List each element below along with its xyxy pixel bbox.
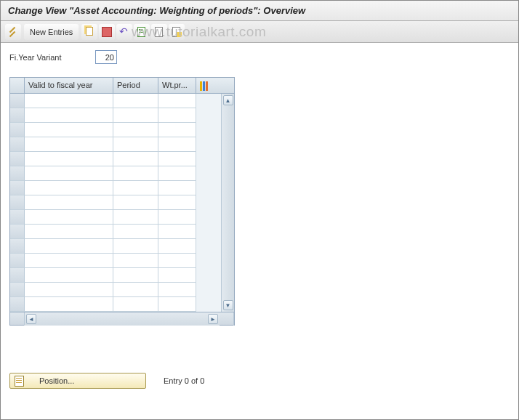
table-cell[interactable]: [158, 108, 196, 123]
table-cell[interactable]: [158, 210, 196, 225]
table-row: [25, 283, 221, 297]
table-cell[interactable]: [25, 108, 113, 123]
vertical-scrollbar[interactable]: ▲ ▼: [221, 94, 234, 312]
table-cell[interactable]: [158, 283, 196, 297]
table-row: [25, 210, 221, 225]
table-corner-selector[interactable]: [10, 78, 25, 93]
pencil-glasses-icon: [7, 26, 19, 38]
delete-icon: [101, 26, 113, 38]
table-cell[interactable]: [25, 254, 113, 268]
row-selector[interactable]: [10, 195, 25, 210]
configuration-icon: [198, 80, 209, 92]
table-cell[interactable]: [158, 181, 196, 195]
table-cell[interactable]: [158, 166, 196, 181]
table-cell[interactable]: [158, 225, 196, 239]
table-cell[interactable]: [25, 195, 113, 210]
table-cell[interactable]: [158, 94, 196, 108]
row-selector[interactable]: [10, 108, 25, 123]
table-cell[interactable]: [158, 239, 196, 254]
select-block-button[interactable]: [151, 24, 167, 40]
table-cell[interactable]: [158, 297, 196, 312]
table-cell[interactable]: [25, 283, 113, 297]
table-cell[interactable]: [158, 254, 196, 268]
position-icon: [15, 375, 26, 387]
periods-table: Valid to fiscal year Period Wt.pr... ▲ ▼…: [9, 77, 235, 326]
table-cell[interactable]: [113, 283, 158, 297]
table-header-row: Valid to fiscal year Period Wt.pr...: [10, 78, 234, 94]
table-cell[interactable]: [25, 123, 113, 137]
table-cell[interactable]: [25, 152, 113, 166]
row-selector[interactable]: [10, 225, 25, 239]
table-row: [25, 94, 221, 108]
scroll-up-button[interactable]: ▲: [223, 95, 233, 105]
scroll-down-button[interactable]: ▼: [223, 300, 233, 310]
fiscal-year-variant-input[interactable]: [95, 50, 117, 64]
row-selector[interactable]: [10, 137, 25, 152]
table-cell[interactable]: [113, 94, 158, 108]
row-selector[interactable]: [10, 210, 25, 225]
table-cell[interactable]: [113, 181, 158, 195]
table-cell[interactable]: [25, 239, 113, 254]
row-selector[interactable]: [10, 94, 25, 108]
table-settings-button[interactable]: [196, 78, 211, 93]
table-cell[interactable]: [25, 268, 113, 283]
undo-change-button[interactable]: [116, 24, 132, 40]
horizontal-scrollbar[interactable]: ◄ ►: [25, 312, 220, 326]
footer-corner: [10, 312, 25, 326]
table-row: [25, 297, 221, 312]
table-cell[interactable]: [113, 254, 158, 268]
copy-as-button[interactable]: [81, 24, 97, 40]
table-cell[interactable]: [113, 108, 158, 123]
table-cell[interactable]: [158, 268, 196, 283]
column-header-period[interactable]: Period: [113, 78, 158, 93]
table-cell[interactable]: [25, 166, 113, 181]
new-entries-button[interactable]: New Entries: [24, 24, 79, 40]
row-selector[interactable]: [10, 166, 25, 181]
row-selector[interactable]: [10, 181, 25, 195]
table-row: [25, 137, 221, 152]
table-row: [25, 254, 221, 268]
table-cell[interactable]: [113, 195, 158, 210]
table-cell[interactable]: [25, 94, 113, 108]
table-cell[interactable]: [113, 268, 158, 283]
deselect-all-button[interactable]: [169, 24, 185, 40]
table-cell[interactable]: [158, 152, 196, 166]
position-status-area: Position... Entry 0 of 0: [9, 373, 204, 389]
scroll-right-button[interactable]: ►: [208, 314, 218, 324]
select-all-button[interactable]: [134, 24, 150, 40]
toggle-display-change-button[interactable]: [5, 24, 21, 40]
table-cell[interactable]: [113, 166, 158, 181]
table-cell[interactable]: [113, 137, 158, 152]
row-selector[interactable]: [10, 152, 25, 166]
row-selector[interactable]: [10, 283, 25, 297]
column-header-valid-to-fiscal-year[interactable]: Valid to fiscal year: [25, 78, 113, 93]
row-selector[interactable]: [10, 123, 25, 137]
footer-scroll-corner: [220, 312, 234, 326]
table-cell[interactable]: [113, 123, 158, 137]
scroll-left-button[interactable]: ◄: [26, 314, 36, 324]
content-area: Fi.Year Variant Valid to fiscal year Per…: [1, 43, 518, 333]
row-selector[interactable]: [10, 239, 25, 254]
row-selector[interactable]: [10, 254, 25, 268]
table-cell[interactable]: [25, 297, 113, 312]
table-cell[interactable]: [113, 297, 158, 312]
fiscal-year-variant-field: Fi.Year Variant: [9, 50, 510, 64]
position-button[interactable]: Position...: [9, 373, 146, 389]
table-cell[interactable]: [25, 225, 113, 239]
table-cell[interactable]: [25, 137, 113, 152]
table-cell[interactable]: [25, 210, 113, 225]
table-cell[interactable]: [113, 225, 158, 239]
delete-button[interactable]: [99, 24, 115, 40]
table-row: [25, 225, 221, 239]
table-cell[interactable]: [158, 137, 196, 152]
row-selector[interactable]: [10, 297, 25, 312]
table-cell[interactable]: [113, 239, 158, 254]
table-cell[interactable]: [25, 181, 113, 195]
table-cell[interactable]: [158, 123, 196, 137]
table-body: ▲ ▼: [10, 94, 234, 312]
column-header-weight[interactable]: Wt.pr...: [158, 78, 196, 93]
table-cell[interactable]: [113, 210, 158, 225]
row-selector[interactable]: [10, 268, 25, 283]
table-cell[interactable]: [158, 195, 196, 210]
table-cell[interactable]: [113, 152, 158, 166]
